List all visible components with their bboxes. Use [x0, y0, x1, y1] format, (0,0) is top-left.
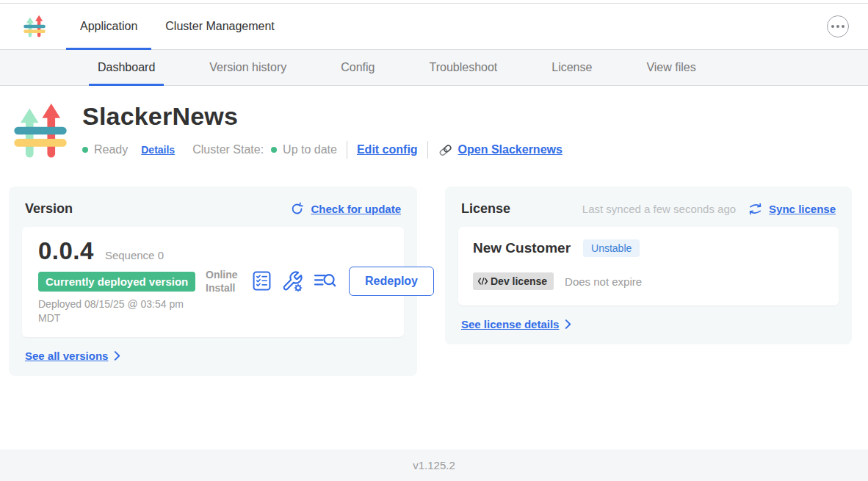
console-footer: v1.125.2 [0, 449, 868, 481]
app-status-row: Ready Details Cluster State: Up to date … [82, 141, 563, 159]
chevron-right-icon [564, 319, 572, 329]
license-expiry-text: Does not expire [565, 275, 642, 288]
open-app-link[interactable]: Open Slackernews [438, 142, 563, 158]
edit-config-button[interactable] [281, 270, 303, 292]
see-all-versions-label: See all versions [25, 350, 108, 362]
last-synced-text: Last synced a few seconds ago [582, 203, 736, 215]
license-card: License Last synced a few seconds ago Sy… [445, 187, 852, 344]
check-for-update-link[interactable]: Check for update [290, 202, 401, 216]
see-license-details-link[interactable]: See license details [461, 318, 572, 330]
license-card-title: License [461, 201, 510, 217]
tab-troubleshoot[interactable]: Troubleshoot [420, 50, 506, 85]
app-header-text: SlackerNews Ready Details Cluster State:… [82, 99, 563, 162]
customer-row: New Customer Unstable [473, 239, 824, 257]
version-card: Version Check for update 0.0.4 Se [9, 187, 417, 376]
redeploy-button[interactable]: Redeploy [349, 267, 434, 296]
check-for-update-label: Check for update [311, 203, 401, 215]
dashboard-cards: Version Check for update 0.0.4 Se [0, 187, 868, 376]
more-options-button[interactable] [827, 15, 849, 37]
customer-name: New Customer [473, 240, 571, 256]
top-nav-right [827, 15, 849, 37]
page-title: SlackerNews [82, 102, 563, 131]
sync-license-label: Sync license [769, 203, 836, 215]
top-nav-tabs: Application Cluster Management [66, 4, 289, 49]
ellipsis-icon [831, 25, 845, 28]
preflight-checklist-icon [252, 270, 272, 292]
app-sub-navbar: Dashboard Version history Config Trouble… [0, 50, 868, 86]
see-all-versions-link[interactable]: See all versions [25, 350, 121, 362]
license-type-label: Dev license [491, 275, 547, 287]
top-navbar: Application Cluster Management [0, 3, 868, 50]
license-type-badge: Dev license [473, 272, 554, 290]
open-app-label: Open Slackernews [458, 143, 563, 156]
sync-license-link[interactable]: Sync license [748, 203, 836, 215]
console-version-text: v1.125.2 [413, 459, 455, 471]
license-meta-row: Dev license Does not expire [473, 272, 824, 290]
version-card-title: Version [25, 201, 73, 217]
chevron-right-icon [113, 351, 121, 361]
tab-config[interactable]: Config [332, 50, 383, 85]
version-actions: Online Install [206, 267, 434, 296]
tab-version-history[interactable]: Version history [200, 50, 295, 85]
edit-config-link[interactable]: Edit config [357, 143, 418, 156]
view-deploy-logs-button[interactable] [313, 271, 337, 291]
deployed-status-badge: Currently deployed version [38, 272, 195, 292]
cluster-state-value: Up to date [283, 143, 337, 156]
version-card-header: Version Check for update [22, 201, 404, 227]
license-card-header: License Last synced a few seconds ago Sy… [458, 201, 839, 227]
install-type-label: Online Install [206, 268, 242, 294]
refresh-icon [290, 202, 304, 216]
divider [427, 141, 428, 159]
tab-dashboard[interactable]: Dashboard [89, 50, 164, 85]
app-status-dot [82, 147, 88, 153]
tab-application[interactable]: Application [66, 4, 151, 49]
cluster-state-dot [271, 147, 277, 153]
tab-view-files[interactable]: View files [637, 50, 704, 85]
license-details-panel: New Customer Unstable Dev license Does n… [458, 227, 839, 305]
sync-arrows-icon [748, 203, 762, 215]
chain-link-icon [438, 142, 453, 158]
deployed-timestamp: Deployed 08/15/25 @ 03:54 pm MDT [38, 297, 198, 325]
divider [347, 141, 347, 159]
config-wrench-gear-icon [281, 270, 303, 292]
view-files-magnifier-icon [313, 271, 337, 291]
tab-cluster-management[interactable]: Cluster Management [151, 4, 289, 49]
preflight-checks-button[interactable] [252, 270, 272, 292]
current-version-panel: 0.0.4 Sequence 0 Currently deployed vers… [22, 227, 404, 337]
cluster-state-label: Cluster State: [192, 143, 264, 156]
see-license-details-label: See license details [461, 318, 559, 330]
app-header: SlackerNews Ready Details Cluster State:… [0, 86, 868, 162]
app-logo-large-icon [10, 99, 70, 162]
app-logo-icon [22, 12, 47, 40]
app-status-text: Ready [94, 143, 128, 156]
tab-license[interactable]: License [543, 50, 601, 85]
version-number: 0.0.4 [38, 237, 94, 265]
version-sequence: Sequence 0 [105, 249, 164, 261]
code-brackets-icon [477, 277, 488, 286]
admin-console-page: Application Cluster Management Dashboard… [0, 0, 868, 481]
channel-badge: Unstable [583, 239, 640, 257]
version-info: 0.0.4 Sequence 0 Currently deployed vers… [38, 237, 206, 325]
status-details-link[interactable]: Details [141, 144, 175, 156]
